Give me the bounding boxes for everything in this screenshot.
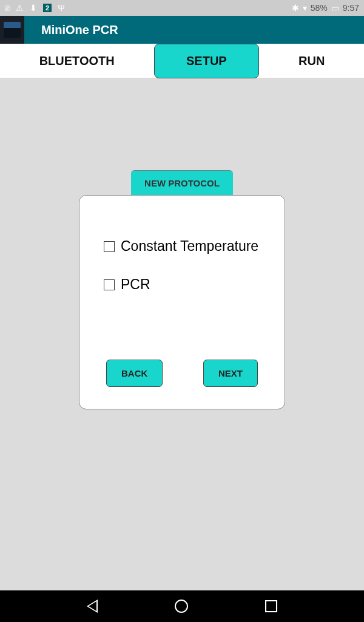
tab-bar: BLUETOOTH SETUP RUN	[0, 44, 364, 78]
status-bar: ⎚ ⚠ ⬇ 2 Ψ ✱ ▾ 58% ▭ 9:57	[0, 0, 364, 16]
battery-icon: ▭	[331, 3, 339, 13]
nav-home-icon[interactable]	[175, 600, 188, 613]
title-bar: MiniOne PCR	[0, 16, 364, 44]
checkbox-constant-temperature[interactable]	[104, 241, 115, 252]
tab-bluetooth[interactable]: BLUETOOTH	[25, 44, 129, 78]
tab-setup[interactable]: SETUP	[154, 44, 259, 78]
battery-text: 58%	[311, 3, 328, 13]
button-row: BACK NEXT	[104, 360, 260, 397]
label-pcr: PCR	[121, 276, 150, 293]
option-pcr[interactable]: PCR	[104, 276, 260, 293]
label-constant-temperature: Constant Temperature	[121, 238, 258, 255]
notification-badge-icon: 2	[43, 4, 52, 12]
warning-icon: ⚠	[16, 3, 24, 13]
back-button[interactable]: BACK	[106, 360, 163, 387]
main-content: NEW PROTOCOL Constant Temperature PCR BA…	[0, 78, 364, 409]
wifi-icon: ▾	[303, 3, 307, 13]
device-icon	[4, 22, 21, 38]
clock-text: 9:57	[343, 3, 359, 13]
option-constant-temperature[interactable]: Constant Temperature	[104, 238, 260, 255]
protocol-card: Constant Temperature PCR BACK NEXT	[79, 195, 285, 409]
status-right: ✱ ▾ 58% ▭ 9:57	[292, 3, 359, 13]
new-protocol-button[interactable]: NEW PROTOCOL	[131, 170, 233, 196]
cast-icon: ⎚	[5, 3, 10, 13]
nav-recent-icon[interactable]	[265, 600, 277, 612]
download-icon: ⬇	[30, 3, 37, 13]
next-button[interactable]: NEXT	[203, 360, 258, 387]
status-left: ⎚ ⚠ ⬇ 2 Ψ	[5, 3, 65, 13]
nav-back-icon[interactable]	[87, 600, 98, 613]
app-icon	[0, 16, 24, 44]
bluetooth-icon: ✱	[292, 3, 299, 13]
nav-bar	[0, 590, 364, 622]
tab-run[interactable]: RUN	[284, 44, 339, 78]
checkbox-pcr[interactable]	[104, 279, 115, 290]
usb-icon: Ψ	[58, 3, 65, 13]
app-title: MiniOne PCR	[41, 23, 118, 37]
